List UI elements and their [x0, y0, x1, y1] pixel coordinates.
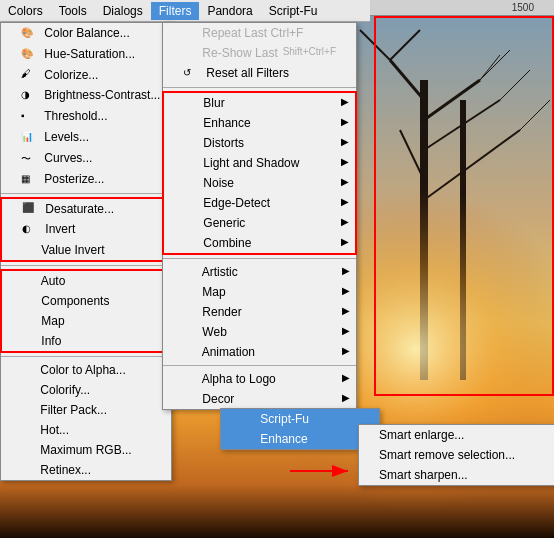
posterize[interactable]: ▦ Posterize... [1, 169, 171, 190]
sep3 [1, 356, 171, 357]
color-balance[interactable]: 🎨 Color Balance... [1, 23, 171, 44]
web[interactable]: Web [163, 322, 356, 342]
smart-remove-selection[interactable]: Smart remove selection... [359, 445, 554, 465]
enhance-item[interactable]: Enhance [221, 429, 379, 449]
render[interactable]: Render [163, 302, 356, 322]
sep-f2 [163, 258, 356, 259]
repeat-last[interactable]: Repeat Last Ctrl+F [163, 23, 356, 43]
ruler-tick: 1500 [512, 2, 534, 13]
levels[interactable]: 📊 Levels... [1, 127, 171, 148]
colorify[interactable]: Colorify... [1, 380, 171, 400]
hue-saturation[interactable]: 🎨 Hue-Saturation... [1, 44, 171, 65]
invert-icon: ◐ [22, 223, 38, 237]
noise[interactable]: Noise [164, 173, 355, 193]
scriptfu-submenu: Script-Fu Enhance [220, 408, 380, 450]
smart-sharpen[interactable]: Smart sharpen... [359, 465, 554, 485]
components[interactable]: Components [2, 291, 170, 311]
arrow-indicator [290, 456, 360, 486]
decor[interactable]: Decor [163, 389, 356, 409]
colorize[interactable]: 🖌 Colorize... [1, 65, 171, 86]
selection-border [374, 16, 554, 396]
value-invert[interactable]: Value Invert [2, 240, 170, 260]
curves[interactable]: 〜 Curves... [1, 148, 171, 169]
blur[interactable]: Blur [164, 93, 355, 113]
filter-pack[interactable]: Filter Pack... [1, 400, 171, 420]
menubar: Colors Tools Dialogs Filters Pandora Scr… [0, 0, 370, 22]
color-to-alpha[interactable]: Color to Alpha... [1, 360, 171, 380]
smart-enlarge[interactable]: Smart enlarge... [359, 425, 554, 445]
artistic[interactable]: Artistic [163, 262, 356, 282]
map[interactable]: Map [163, 282, 356, 302]
filters-dropdown: Repeat Last Ctrl+F Re-Show Last Shift+Ct… [162, 22, 357, 410]
invert[interactable]: ◐ Invert [2, 219, 170, 240]
hue-icon: 🎨 [21, 48, 37, 62]
light-and-shadow[interactable]: Light and Shadow [164, 153, 355, 173]
brightness-icon: ◑ [21, 89, 37, 103]
menu-colors[interactable]: Colors [0, 2, 51, 20]
sep2 [1, 265, 171, 266]
colorize-icon: 🖌 [21, 68, 37, 82]
sep1 [1, 193, 171, 194]
menu-dialogs[interactable]: Dialogs [95, 2, 151, 20]
color-balance-icon: 🎨 [21, 27, 37, 41]
posterize-icon: ▦ [21, 173, 37, 187]
enhance[interactable]: Enhance [164, 113, 355, 133]
maximum-rgb[interactable]: Maximum RGB... [1, 440, 171, 460]
desaturate-icon: ⬛ [22, 202, 38, 216]
retinex[interactable]: Retinex... [1, 460, 171, 480]
animation[interactable]: Animation [163, 342, 356, 362]
desaturate[interactable]: ⬛ Desaturate... [2, 199, 170, 220]
reset-all-filters[interactable]: ↺ Reset all Filters [163, 63, 356, 84]
threshold-icon: ▪ [21, 110, 37, 124]
threshold[interactable]: ▪ Threshold... [1, 106, 171, 127]
generic[interactable]: Generic [164, 213, 355, 233]
menu-scriptfu[interactable]: Script-Fu [261, 2, 326, 20]
menu-pandora[interactable]: Pandora [199, 2, 260, 20]
sep-f1 [163, 87, 356, 88]
hot[interactable]: Hot... [1, 420, 171, 440]
curves-icon: 〜 [21, 152, 37, 166]
reset-icon: ↺ [183, 67, 199, 81]
colors-dropdown: 🎨 Color Balance... 🎨 Hue-Saturation... 🖌… [0, 22, 172, 481]
alpha-to-logo[interactable]: Alpha to Logo [163, 369, 356, 389]
levels-icon: 📊 [21, 131, 37, 145]
menu-filters[interactable]: Filters [151, 2, 200, 20]
brightness-contrast[interactable]: ◑ Brightness-Contrast... [1, 85, 171, 106]
menu-tools[interactable]: Tools [51, 2, 95, 20]
info[interactable]: Info [2, 331, 170, 351]
map[interactable]: Map [2, 311, 170, 331]
combine[interactable]: Combine [164, 233, 355, 253]
edge-detect[interactable]: Edge-Detect [164, 193, 355, 213]
reshow-last[interactable]: Re-Show Last Shift+Ctrl+F [163, 43, 356, 63]
sep-f3 [163, 365, 356, 366]
auto[interactable]: Auto [2, 271, 170, 291]
enhance-submenu: Smart enlarge... Smart remove selection.… [358, 424, 554, 486]
scriptfu-item[interactable]: Script-Fu [221, 409, 379, 429]
distorts[interactable]: Distorts [164, 133, 355, 153]
